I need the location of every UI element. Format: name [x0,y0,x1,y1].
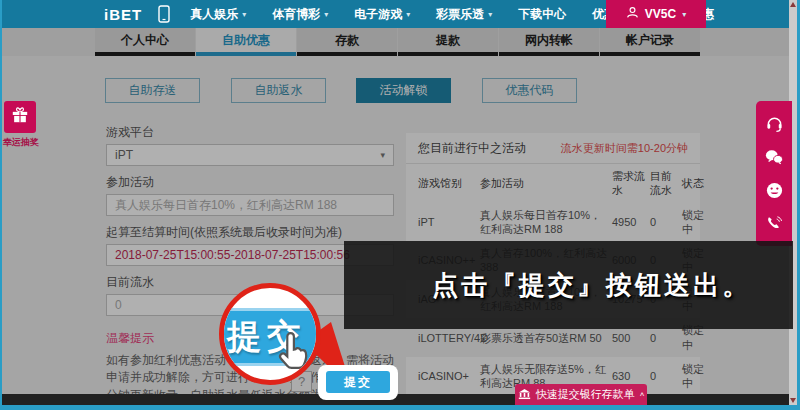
scrollbar-up-icon[interactable] [790,2,796,7]
chevron-down-icon: ▾ [406,10,410,19]
user-account-button[interactable]: VV5C ▾ [606,0,706,28]
hand-cursor-icon [273,330,311,378]
quick-deposit-label: 快速提交银行存款单 [536,387,635,402]
mobile-phone-icon[interactable] [158,5,170,23]
chevron-up-icon: ˄ [640,390,645,399]
bank-icon [518,388,531,402]
smiley-icon[interactable] [765,181,784,200]
nav-sportsbook[interactable]: 体育博彩▾ [272,6,328,23]
phone-icon[interactable] [765,215,783,233]
lucky-draw-label: 幸运抽奖 [0,136,42,149]
username: VV5C [645,7,676,21]
user-icon [626,6,639,22]
nav-label: 真人娱乐 [190,6,238,23]
headset-icon[interactable] [765,114,784,133]
page-border-bottom [0,405,800,410]
quick-deposit-button[interactable]: 快速提交银行存款单 ˄ [515,384,647,405]
chevron-down-icon: ▾ [324,10,328,19]
tooltip-text: 点击『提交』按钮送出。 [432,268,751,303]
tutorial-tooltip: 点击『提交』按钮送出。 [344,241,793,329]
ibet-logo: iBET [104,6,142,23]
submit-button[interactable]: 提交 [326,371,390,393]
submit-button-spotlight: 提交 [318,365,398,400]
gift-icon [11,106,29,128]
nav-slots[interactable]: 电子游戏▾ [354,6,410,23]
page: iBET 真人娱乐▾ 体育博彩▾ 电子游戏▾ 彩票乐透▾ 下载中心 优惠活动 自… [0,0,800,410]
lucky-draw-button[interactable] [4,101,36,133]
scrollbar-down-icon[interactable] [790,398,796,403]
nav-lottery[interactable]: 彩票乐透▾ [436,6,492,23]
nav-label: 体育博彩 [272,6,320,23]
chevron-down-icon: ▾ [682,10,686,19]
wechat-icon[interactable] [764,148,784,166]
chevron-down-icon: ▾ [488,10,492,19]
nav-label: 电子游戏 [354,6,402,23]
nav-label: 彩票乐透 [436,6,484,23]
top-navbar: iBET 真人娱乐▾ 体育博彩▾ 电子游戏▾ 彩票乐透▾ 下载中心 优惠活动 自… [0,0,800,28]
contact-sidebar [756,101,792,246]
chevron-down-icon: ▾ [242,10,246,19]
nav-download[interactable]: 下载中心 [518,6,566,23]
nav-label: 下载中心 [518,6,566,23]
page-border-left [0,0,2,410]
tutorial-dim-overlay [2,28,797,405]
magnifier-circle: 提交 [219,283,321,385]
nav-live-casino[interactable]: 真人娱乐▾ [190,6,246,23]
